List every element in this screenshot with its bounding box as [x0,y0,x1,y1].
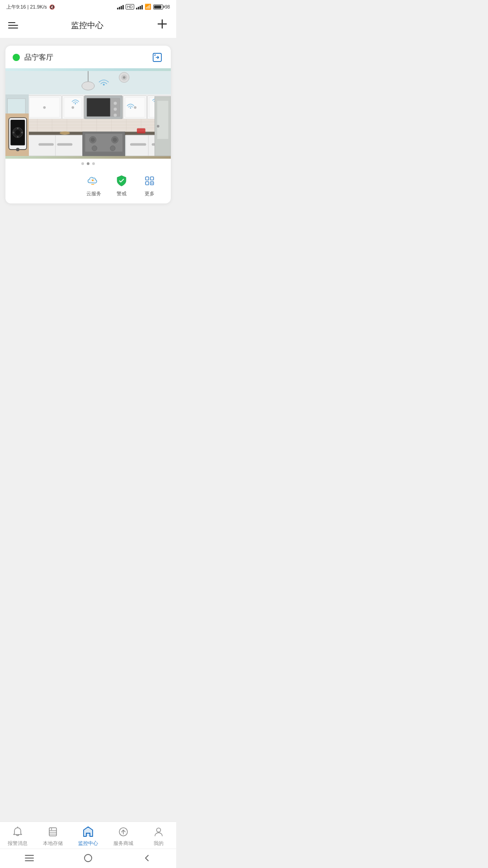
online-status-dot [13,54,20,61]
main-content: 品宁客厅 [0,38,176,211]
svg-point-15 [113,102,117,105]
camera-name: 品宁客厅 [24,53,53,62]
carousel-dot-2[interactable] [87,162,89,165]
card-title-area: 品宁客厅 [13,53,53,62]
svg-point-47 [113,137,117,142]
svg-rect-52 [130,143,146,146]
alert-icon [114,173,129,189]
svg-point-71 [123,76,126,79]
camera-card: 品宁客厅 [5,46,171,203]
camera-feed[interactable] [5,68,171,159]
svg-rect-40 [38,143,54,146]
menu-button[interactable] [8,22,18,28]
svg-point-17 [113,113,117,117]
svg-rect-20 [134,106,136,109]
svg-point-73 [130,107,131,108]
svg-rect-41 [57,143,72,146]
status-bar: 上午9:16 | 21.9K/s 🔇 HD 📶 98 [0,0,176,13]
svg-point-68 [82,82,94,90]
card-actions: 云服务 警戒 [5,169,171,203]
signal-icon-2 [136,4,143,9]
svg-point-48 [92,146,97,151]
more-label: 更多 [145,190,155,197]
signal-icon [117,4,124,9]
svg-point-76 [60,131,70,135]
svg-point-63 [17,127,19,129]
svg-point-45 [91,137,95,142]
cloud-service-icon [86,173,101,189]
svg-rect-11 [71,106,74,109]
svg-rect-77 [137,128,145,133]
add-button[interactable] [156,18,168,33]
carousel-dot-1[interactable] [81,162,84,165]
svg-rect-83 [150,177,154,180]
cloud-service-label: 云服务 [86,190,101,197]
svg-point-49 [110,146,115,151]
svg-rect-13 [87,98,110,116]
more-icon [142,173,157,189]
carousel-dots [5,159,171,169]
wifi-icon: 📶 [145,4,151,10]
carousel-dot-3[interactable] [92,162,95,165]
svg-rect-24 [28,119,171,132]
status-time-speed: 上午9:16 | 21.9K/s 🔇 [6,4,55,10]
svg-point-81 [157,125,160,127]
svg-point-66 [13,132,14,133]
svg-rect-8 [43,106,46,109]
battery-icon [153,5,163,9]
svg-point-75 [103,84,105,85]
alert-button[interactable]: 警戒 [108,173,136,197]
svg-point-16 [113,108,117,111]
svg-point-62 [15,130,20,135]
battery-percent: 98 [165,5,170,9]
card-header: 品宁客厅 [5,46,171,68]
svg-point-65 [17,136,19,138]
status-icons: HD 📶 98 [117,4,170,10]
svg-rect-82 [145,177,149,180]
share-button[interactable] [151,51,164,64]
more-button[interactable]: 更多 [136,173,164,197]
svg-point-60 [16,148,19,151]
svg-rect-84 [145,182,149,185]
hd-badge: HD [126,4,134,9]
svg-rect-80 [157,101,168,139]
alert-label: 警戒 [117,190,127,197]
header: 监控中心 [0,13,176,38]
page-title: 监控中心 [71,20,103,31]
svg-rect-43 [85,134,122,151]
cloud-service-button[interactable]: 云服务 [80,173,108,197]
svg-point-86 [151,183,153,184]
svg-point-72 [75,103,76,104]
svg-rect-38 [28,135,83,156]
svg-point-64 [21,132,23,133]
